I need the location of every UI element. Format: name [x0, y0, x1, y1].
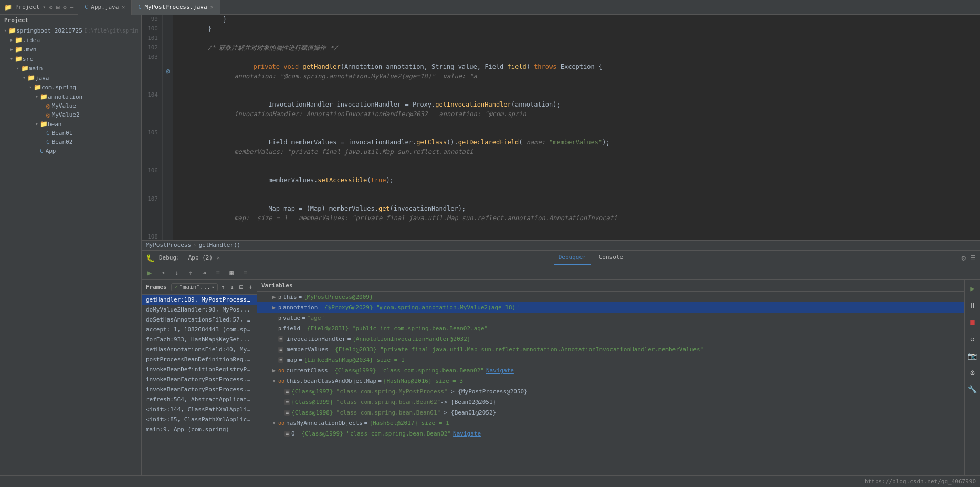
debug-session-close[interactable]: ✕ — [217, 255, 220, 261]
frame-item-domyvalue2[interactable]: doMyValue2Handler:98, MyPos... — [142, 305, 257, 315]
var-beanmap-item1[interactable]: ▶ ≡ {Class@1997} "class com.spring.MyPos… — [257, 386, 964, 397]
right-icon-resume[interactable]: ▶ — [966, 282, 979, 295]
tree-item-myvalue[interactable]: @ MyValue — [0, 101, 141, 110]
var-expand-beanmap-item1[interactable]: ▶ — [276, 388, 284, 395]
tree-item-myvalue2[interactable]: @ MyValue2 — [0, 110, 141, 119]
tree-item-mvn[interactable]: ▶ 📁 .mvn — [0, 45, 141, 54]
var-map[interactable]: ▶ ≡ map = {LinkedHashMap@2034} size = 1 — [257, 355, 964, 365]
frame-item-invoke2[interactable]: invokeBeanFactoryPostProcess... — [142, 375, 257, 385]
right-icon-camera[interactable]: 📷 — [966, 349, 979, 362]
var-expand-membervalues[interactable]: ▶ — [270, 346, 278, 353]
evaluate-icon[interactable]: ≡ — [212, 267, 224, 278]
tree-item-bean02[interactable]: C Bean02 — [0, 138, 141, 147]
debug-menu-icon[interactable]: ☰ — [970, 254, 976, 262]
var-beanmap-item2[interactable]: ▶ ≡ {Class@1999} "class com.spring.bean.… — [257, 397, 964, 407]
var-hasmyannotation[interactable]: ▾ oo hasMyAnnotationObjects = {HashSet@2… — [257, 418, 964, 428]
frame-item-init1[interactable]: <init>:144, ClassPathXmlApplic... — [142, 405, 257, 415]
var-value-invocationhandler: {AnnotationInvocationHandler@2032} — [352, 336, 470, 343]
resume-icon[interactable]: ▶ — [144, 267, 155, 278]
tree-item-main[interactable]: ▾ 📁 main — [0, 64, 141, 73]
var-field[interactable]: ▶ p field = {Field@2031} "public int com… — [257, 323, 964, 334]
right-icon-wrench[interactable]: 🔧 — [966, 383, 979, 396]
folder-icon-idea: 📁 — [15, 36, 23, 44]
var-expand-hasmyannotation-item0[interactable]: ▶ — [276, 430, 284, 437]
code-line-107: 107 Map map = (Map) memberValues.get(inv… — [142, 194, 980, 232]
tree-item-app[interactable]: C App — [0, 147, 141, 156]
frame-item-invoke3[interactable]: invokeBeanFactoryPostProcess... — [142, 385, 257, 395]
var-currentclass[interactable]: ▶ oo currentClass = {Class@1999} "class … — [257, 365, 964, 376]
run-to-cursor-icon[interactable]: ⇥ — [198, 267, 210, 278]
var-expand-invocationhandler[interactable]: ▶ — [270, 336, 278, 343]
debug-tab-debugger[interactable]: Debugger — [554, 251, 591, 265]
tab-app-java[interactable]: C App.java ✕ — [78, 0, 132, 15]
frame-down-icon[interactable]: ↓ — [228, 282, 236, 293]
tree-item-idea[interactable]: ▶ 📁 .idea — [0, 35, 141, 45]
window-menu-icon[interactable]: ▾ — [43, 4, 46, 10]
tab-mypostprocess-java[interactable]: C MyPostProcess.java ✕ — [132, 0, 220, 15]
var-invocationhandler[interactable]: ▶ ≡ invocationHandler = {AnnotationInvoc… — [257, 334, 964, 344]
var-expand-map[interactable]: ▶ — [270, 357, 278, 364]
var-type-invocationhandler: ≡ — [278, 336, 283, 342]
step-into-icon[interactable]: ↓ — [171, 267, 183, 278]
tab-app-java-close[interactable]: ✕ — [122, 4, 125, 10]
frame-item-accept[interactable]: accept:-1, 1082684443 (com.sp... — [142, 325, 257, 335]
frame-item-foreach[interactable]: forEach:933, HashMap$KeySet... — [142, 335, 257, 345]
var-beanmap-item3[interactable]: ▶ ≡ {Class@1998} "class com.spring.bean.… — [257, 407, 964, 418]
frame-item-invoke1[interactable]: invokeBeanDefinitionRegistryP... — [142, 365, 257, 375]
debug-tab-console[interactable]: Console — [595, 251, 627, 265]
threads-view-icon[interactable]: ≡ — [239, 267, 251, 278]
tree-item-src[interactable]: ▾ 📁 src — [0, 54, 141, 64]
var-navigate-currentclass[interactable]: Navigate — [486, 367, 514, 374]
frame-item-dosethas[interactable]: doSetHasAnnotationsFiled:57, l... — [142, 315, 257, 325]
var-expand-hasmyannotation[interactable]: ▾ — [270, 420, 278, 427]
tree-item-comspring[interactable]: ▾ 📁 com.spring — [0, 82, 141, 92]
var-this[interactable]: ▶ p this = {MyPostProcess@2009} — [257, 292, 964, 302]
var-expand-beanmap-item2[interactable]: ▶ — [276, 399, 284, 406]
frame-item-sethas[interactable]: setHasAnnotationsField:40, My... — [142, 345, 257, 355]
var-expand-currentclass[interactable]: ▶ — [270, 367, 278, 374]
var-expand-annotation[interactable]: ▶ — [270, 304, 278, 311]
line-gutter-99 — [163, 15, 173, 24]
var-beanclasskeymap[interactable]: ▾ oo this.beanClassAndObjectMap = {HashM… — [257, 376, 964, 386]
frame-item-refresh[interactable]: refresh:564, AbstractApplicatio... — [142, 395, 257, 405]
var-expand-beanmap[interactable]: ▾ — [270, 378, 278, 385]
right-icon-settings2[interactable]: ⚙ — [966, 366, 979, 379]
step-out-icon[interactable]: ↑ — [185, 267, 196, 278]
tree-item-java[interactable]: ▾ 📁 java — [0, 73, 141, 82]
gear-icon[interactable]: ⚙ — [63, 4, 67, 11]
frame-copy-icon[interactable]: + — [247, 282, 255, 293]
right-icon-restart[interactable]: ↺ — [966, 333, 979, 345]
frame-thread-selector[interactable]: ✓ "main"... ▾ — [171, 283, 218, 291]
settings-icon[interactable]: ⚙ — [49, 4, 52, 11]
var-membervalues[interactable]: ▶ ≡ memberValues = {Field@2033} "private… — [257, 344, 964, 355]
debug-settings-icon[interactable]: ⚙ — [962, 254, 966, 262]
right-icon-pause[interactable]: ⏸ — [966, 299, 979, 312]
tab-mypostprocess-close[interactable]: ✕ — [210, 4, 214, 10]
var-value-field[interactable]: ▶ p value = "age" — [257, 313, 964, 323]
var-expand-beanmap-item3[interactable]: ▶ — [276, 409, 284, 416]
step-over-icon[interactable]: ↷ — [157, 267, 169, 278]
code-view[interactable]: 99 } 100 } 101 — [142, 15, 980, 240]
var-expand-field[interactable]: ▶ — [270, 325, 278, 332]
frame-item-postprocess[interactable]: postProcessBeanDefinitionReg... — [142, 355, 257, 365]
frames-view-icon[interactable]: ▦ — [226, 267, 237, 278]
line-num-106: 106 — [142, 166, 163, 194]
tree-item-bean01[interactable]: C Bean01 — [0, 129, 141, 138]
tree-item-annotation[interactable]: ▾ 📁 annotation — [0, 92, 141, 101]
tree-item-bean[interactable]: ▾ 📁 bean — [0, 119, 141, 129]
var-navigate-hasmyannotation[interactable]: Navigate — [453, 430, 481, 437]
var-annotation[interactable]: ▶ p annotation = {$Proxy6@2029} "@com.sp… — [257, 302, 964, 313]
tree-item-root[interactable]: ▾ 📁 springboot_20210725 D:\file\git\spri… — [0, 26, 141, 35]
frame-item-gethandler[interactable]: getHandler:109, MyPostProcess... — [142, 295, 257, 305]
minimize-icon[interactable]: — — [70, 4, 73, 11]
frame-up-icon[interactable]: ↑ — [219, 282, 227, 293]
split-icon[interactable]: ⊞ — [56, 4, 60, 11]
right-icon-stop[interactable]: ■ — [966, 316, 979, 328]
frame-filter-icon[interactable]: ⊟ — [237, 282, 245, 293]
var-expand-this[interactable]: ▶ — [270, 294, 278, 301]
frame-item-init2[interactable]: <init>:85, ClassPathXmlApplica... — [142, 415, 257, 424]
var-hasmyannotation-item0[interactable]: ▶ ≡ 0 = {Class@1999} "class com.spring.b… — [257, 428, 964, 439]
var-expand-value[interactable]: ▶ — [270, 315, 278, 322]
frame-item-main[interactable]: main:9, App (com.spring) — [142, 424, 257, 434]
tree-label-root: springboot_20210725 — [16, 27, 82, 34]
